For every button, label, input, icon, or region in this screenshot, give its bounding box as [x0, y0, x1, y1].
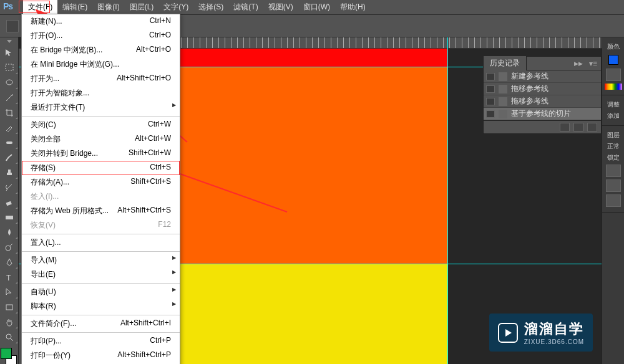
file-menu-item[interactable]: 打印一份(Y)Alt+Shift+Ctrl+P [22, 348, 180, 363]
menu-item-shortcut: Ctrl+N [150, 16, 171, 27]
menu-item-shortcut: Alt+Shift+Ctrl+P [117, 350, 171, 361]
svg-point-8 [6, 334, 11, 339]
menu-item[interactable]: 文件(F) [23, 0, 57, 15]
menu-item[interactable]: 选择(S) [193, 0, 228, 15]
history-thumb-icon [486, 73, 495, 80]
menu-item-label: 最近打开文件(T) [31, 102, 85, 113]
history-brush-tool-icon[interactable] [1, 180, 18, 194]
color-panel-label[interactable]: 颜色 [603, 42, 623, 51]
history-doc-icon [499, 110, 507, 118]
pen-tool-icon[interactable] [1, 255, 18, 269]
new-doc-from-state-icon[interactable] [573, 123, 583, 132]
adjust-panel-label[interactable]: 调整 [603, 100, 623, 109]
layer-visibility-icon[interactable] [606, 165, 621, 177]
file-menu-item[interactable]: 脚本(R) [22, 299, 180, 314]
toolbar-collapse-icon[interactable] [0, 37, 18, 45]
layer-visibility-icon-3[interactable] [606, 194, 621, 207]
menu-item-label: 关闭并转到 Bridge... [31, 148, 98, 159]
delete-state-icon[interactable] [587, 123, 597, 132]
menu-item-label: 自动(U) [31, 287, 56, 297]
menu-separator [22, 332, 180, 333]
menu-item[interactable]: 文字(Y) [158, 0, 193, 15]
menu-item[interactable]: 滤镜(T) [228, 0, 263, 15]
menu-item[interactable]: 图层(L) [125, 0, 159, 15]
menu-item-label: 存储为(A)... [31, 177, 69, 188]
menu-item-label: 导入(M) [31, 255, 57, 266]
guide-vertical-2[interactable] [447, 37, 448, 364]
menu-item[interactable]: 视图(V) [263, 0, 298, 15]
menu-separator [22, 234, 180, 234]
file-menu-dropdown: 新建(N)...Ctrl+N打开(O)...Ctrl+O在 Bridge 中浏览… [21, 14, 180, 364]
swatches-icon[interactable] [606, 69, 621, 81]
history-panel-header: 历史记录 ▶▶ ▾≡ [484, 57, 601, 70]
file-menu-item[interactable]: 新建(N)...Ctrl+N [22, 14, 180, 29]
layer-visibility-icon-2[interactable] [606, 180, 621, 192]
svg-rect-2 [6, 141, 12, 144]
type-tool-icon[interactable]: T [1, 270, 18, 284]
file-menu-item[interactable]: 关闭(C)Ctrl+W [22, 118, 180, 132]
menu-separator [22, 251, 180, 252]
history-item[interactable]: 基于参考线的切片 [484, 108, 601, 120]
file-menu-item[interactable]: 关闭全部Alt+Ctrl+W [22, 132, 180, 146]
menu-item[interactable]: 编辑(E) [57, 0, 92, 15]
file-menu-item[interactable]: 置入(L)... [22, 236, 180, 250]
menu-item[interactable]: 窗口(W) [298, 0, 335, 15]
history-item[interactable]: 新建参考线 [484, 70, 601, 83]
color-swatches[interactable] [0, 348, 17, 364]
gradient-tool-icon[interactable] [1, 210, 18, 224]
file-menu-item[interactable]: 打开为...Alt+Shift+Ctrl+O [22, 72, 180, 86]
eraser-tool-icon[interactable] [1, 195, 18, 209]
tool-preset-icon[interactable] [6, 20, 19, 32]
menu-item-label: 关闭全部 [31, 134, 61, 145]
panel-menu-icon[interactable]: ▾≡ [585, 59, 601, 68]
lasso-tool-icon[interactable] [1, 75, 18, 90]
eyedropper-tool-icon[interactable] [1, 120, 18, 135]
crop-tool-icon[interactable] [1, 105, 18, 120]
zoom-tool-icon[interactable] [1, 330, 18, 344]
file-menu-item[interactable]: 打印(P)...Ctrl+P [22, 334, 180, 348]
file-menu-item[interactable]: 打开为智能对象... [22, 86, 180, 100]
add-label: 添加 [603, 112, 623, 120]
file-menu-item[interactable]: 导出(E) [22, 267, 180, 282]
dodge-tool-icon[interactable] [1, 240, 18, 254]
watermark-subtitle: ZIXUE.3D66.COM [524, 338, 584, 345]
hand-tool-icon[interactable] [1, 315, 18, 329]
file-menu-item[interactable]: 存储为(A)...Shift+Ctrl+S [22, 175, 180, 189]
app-logo: Ps [3, 1, 20, 14]
file-menu-item[interactable]: 文件简介(F)...Alt+Shift+Ctrl+I [22, 317, 180, 331]
watermark: 溜溜自学 ZIXUE.3D66.COM [489, 314, 593, 352]
stamp-tool-icon[interactable] [1, 165, 18, 180]
history-thumb-icon [486, 85, 495, 93]
menu-item-label: 打印(P)... [31, 336, 62, 347]
blur-tool-icon[interactable] [1, 225, 18, 239]
file-menu-item[interactable]: 在 Mini Bridge 中浏览(G)... [22, 57, 180, 72]
file-menu-item[interactable]: 自动(U) [22, 285, 180, 299]
file-menu-item[interactable]: 关闭并转到 Bridge...Shift+Ctrl+W [22, 146, 180, 161]
history-tab[interactable]: 历史记录 [484, 56, 527, 70]
marquee-tool-icon[interactable] [1, 60, 18, 75]
foreground-color-swatch[interactable] [1, 348, 12, 359]
history-item[interactable]: 拖移参考线 [484, 83, 601, 95]
file-menu-item[interactable]: 打开(O)...Ctrl+O [22, 29, 180, 43]
new-snapshot-icon[interactable] [560, 123, 570, 132]
history-thumb-icon [486, 110, 495, 118]
brush-tool-icon[interactable] [1, 150, 18, 165]
healing-brush-tool-icon[interactable] [1, 135, 18, 150]
history-item[interactable]: 拖移参考线 [484, 95, 601, 108]
move-tool-icon[interactable] [1, 46, 18, 60]
svg-rect-4 [6, 216, 13, 219]
panel-collapse-icon[interactable]: ▶▶ [572, 60, 585, 67]
menu-item[interactable]: 图像(I) [92, 0, 124, 15]
path-select-tool-icon[interactable] [1, 285, 18, 299]
layers-panel-label[interactable]: 图层 [603, 131, 623, 140]
file-menu-item[interactable]: 在 Bridge 中浏览(B)...Alt+Ctrl+O [22, 43, 180, 57]
file-menu-item[interactable]: 存储为 Web 所用格式...Alt+Shift+Ctrl+S [22, 204, 180, 218]
shape-tool-icon[interactable] [1, 300, 18, 314]
magic-wand-tool-icon[interactable] [1, 90, 18, 105]
menu-item[interactable]: 帮助(H) [335, 0, 371, 15]
file-menu-item[interactable]: 最近打开文件(T) [22, 100, 180, 115]
color-swatch-mini[interactable] [608, 55, 618, 65]
file-menu-item[interactable]: 存储(S)Ctrl+S [22, 161, 180, 175]
history-panel-footer [484, 120, 601, 133]
file-menu-item[interactable]: 导入(M) [22, 253, 180, 267]
